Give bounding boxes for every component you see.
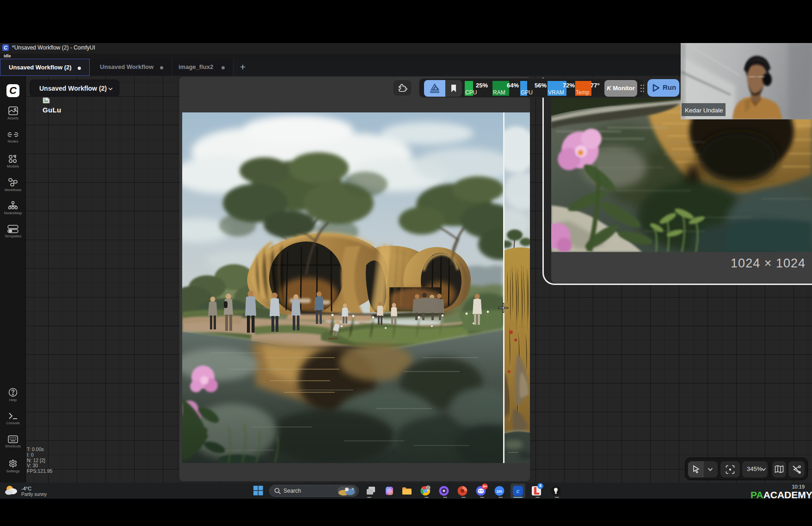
svg-text:Kedar Undale: Kedar Undale [685,107,723,114]
svg-text:c: c [516,488,520,495]
svg-text:zm: zm [497,489,502,494]
